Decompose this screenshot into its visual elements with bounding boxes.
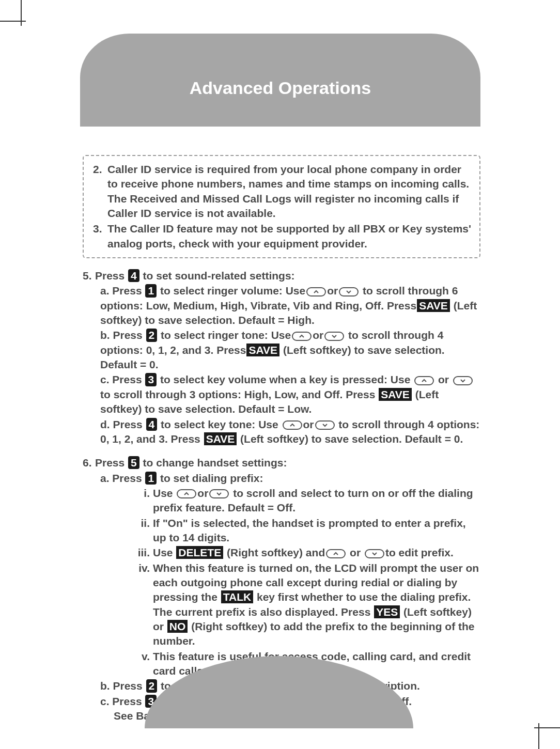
key-2-icon: 2 [146, 679, 158, 692]
page-title: Advanced Operations [190, 78, 371, 98]
section-5: 5. Press 4 to set sound-related settings… [83, 269, 480, 446]
sub-item: a. Press 1 to select ringer volume: Useo… [100, 284, 480, 327]
list-number: 3. [93, 222, 107, 251]
down-arrow-icon [365, 549, 384, 558]
key-1-icon: 1 [145, 284, 157, 297]
roman-item: iv. When this feature is turned on, the … [136, 561, 480, 649]
crop-mark [0, 21, 26, 22]
section-lead: Press 5 to change handset settings: [95, 456, 287, 470]
sub-item: d. Press 4 to select key tone: Use or to… [100, 417, 480, 447]
content-area: 2. Caller ID service is required from yo… [83, 155, 480, 732]
header-banner: Advanced Operations [80, 34, 480, 127]
up-arrow-icon [283, 420, 302, 430]
up-arrow-icon [292, 332, 312, 341]
key-1-icon: 1 [145, 472, 157, 485]
notice-item: 2. Caller ID service is required from yo… [93, 162, 472, 221]
roman-item: i. Use or to scroll and select to turn o… [136, 486, 480, 516]
list-number: 2. [93, 162, 107, 221]
save-key: SAVE [379, 388, 412, 401]
down-arrow-icon [315, 420, 335, 430]
sub-item: b. Press 2 to select ringer tone: Useor … [100, 328, 480, 372]
notice-text: Caller ID service is required from your … [107, 162, 472, 221]
up-arrow-icon [414, 376, 434, 385]
section-number: 6. [83, 456, 95, 470]
save-key: SAVE [246, 344, 279, 356]
down-arrow-icon [209, 489, 229, 498]
sub-item: a. Press 1 to set dialing prefix: [100, 471, 480, 486]
yes-key: YES [374, 605, 400, 618]
save-key: SAVE [204, 432, 237, 445]
key-2-icon: 2 [146, 329, 158, 341]
roman-item: iii. Use DELETE (Right softkey) and or t… [136, 545, 480, 560]
section-number: 5. [83, 269, 95, 283]
up-arrow-icon [326, 549, 346, 558]
up-arrow-icon [306, 287, 326, 297]
sub-item: c. Press 3 to select key volume when a k… [100, 372, 480, 416]
talk-key: TALK [221, 590, 253, 603]
down-arrow-icon [339, 287, 359, 297]
notice-text: The Caller ID feature may not be support… [107, 222, 472, 251]
save-key: SAVE [417, 299, 450, 312]
no-key: NO [167, 620, 188, 633]
up-arrow-icon [177, 489, 196, 498]
key-3-icon: 3 [145, 373, 157, 386]
key-4-icon: 4 [128, 269, 139, 282]
crop-mark [534, 727, 560, 728]
key-4-icon: 4 [146, 418, 158, 431]
notice-box: 2. Caller ID service is required from yo… [83, 155, 480, 258]
crop-mark [21, 0, 22, 26]
delete-key: DELETE [176, 546, 223, 559]
down-arrow-icon [324, 332, 344, 341]
down-arrow-icon [453, 376, 473, 385]
key-5-icon: 5 [128, 456, 139, 469]
notice-item: 3. The Caller ID feature may not be supp… [93, 222, 472, 251]
roman-item: ii. If "On" is selected, the handset is … [136, 516, 480, 545]
section-lead: Press 4 to set sound-related settings: [95, 269, 295, 283]
